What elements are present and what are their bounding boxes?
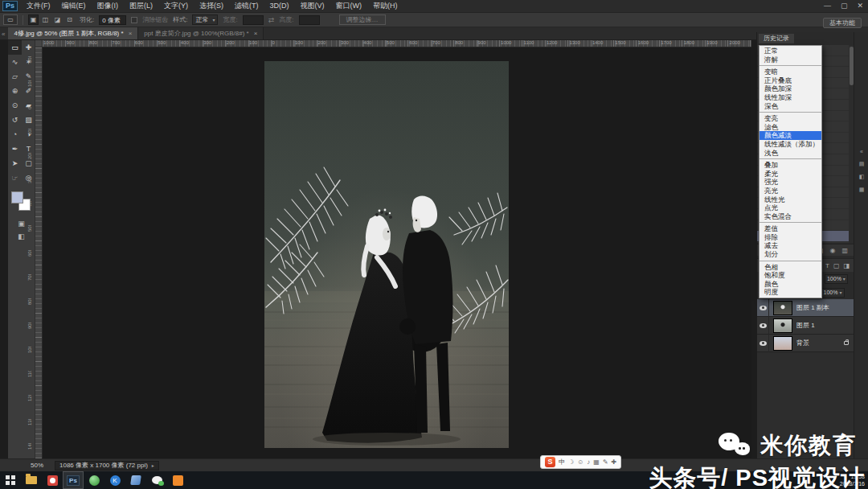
dock-panel-styles[interactable]: ◧ (854, 171, 868, 183)
blend-mode-option[interactable]: 排除 (760, 233, 821, 242)
menu-item[interactable]: 视图(V) (295, 0, 330, 12)
blend-mode-option[interactable] (760, 158, 821, 159)
menu-item[interactable]: 3D(D) (264, 0, 295, 12)
menu-item[interactable]: 文字(Y) (158, 0, 194, 12)
taskbar-app-blue-k[interactable]: K (104, 471, 125, 489)
tool-gradient[interactable]: ▨ (22, 113, 35, 127)
menu-item[interactable]: 窗口(W) (330, 0, 368, 12)
dock-panel-adjustments[interactable]: ▤ (854, 158, 868, 171)
taskbar-app-chat[interactable] (146, 471, 167, 489)
ime-icon[interactable]: ▦ (593, 458, 600, 466)
ime-icon[interactable]: ✚ (612, 458, 617, 466)
ime-icon[interactable]: ✎ (603, 458, 608, 466)
tool-history-brush[interactable]: ↺ (8, 113, 22, 127)
blend-mode-option[interactable]: 溶解 (760, 55, 821, 64)
system-tray-clock[interactable]: 19:58 2018/7/16 (840, 473, 865, 487)
document-tab[interactable]: 4修.jpg @ 50% (图层 1 副本, RGB/8) * × (8, 27, 138, 39)
tool-clone-stamp[interactable]: ⊙ (8, 98, 22, 113)
height-input[interactable] (299, 15, 320, 25)
filter-shape[interactable]: ▢ (833, 262, 840, 269)
opacity-input[interactable]: 100%▾ (825, 274, 848, 284)
document-canvas[interactable] (264, 61, 509, 448)
tool-lasso[interactable]: ∿ (8, 55, 22, 69)
layer-thumbnail[interactable] (773, 301, 792, 315)
tool-path-selection[interactable]: ➤ (8, 156, 22, 171)
blend-mode-option[interactable] (760, 261, 821, 261)
sogou-icon[interactable]: S (545, 457, 555, 467)
menu-item[interactable]: 选择(S) (194, 0, 229, 12)
blend-mode-option[interactable]: 减去 (760, 241, 821, 250)
antialias-checkbox[interactable] (131, 17, 137, 23)
eye-icon[interactable] (760, 323, 767, 328)
menu-item[interactable]: 编辑(E) (56, 0, 92, 12)
ime-icon[interactable]: ☽ (568, 458, 574, 466)
tool-rectangular-marquee[interactable]: ▭ (8, 40, 22, 55)
minimize-icon[interactable]: — (824, 1, 831, 11)
taskbar-app-red[interactable] (42, 471, 63, 489)
layer-thumbnail[interactable] (773, 336, 792, 351)
add-to-selection[interactable]: ◫ (40, 14, 51, 25)
taskbar-app-green-sphere[interactable] (84, 471, 104, 489)
foreground-color-swatch[interactable] (11, 191, 23, 203)
chevron-right-icon[interactable]: ▸ (152, 462, 154, 470)
tool-preset-picker[interactable]: ▭ (3, 14, 18, 25)
blend-mode-option[interactable]: 柔光 (760, 170, 821, 179)
blend-mode-option[interactable]: 线性光 (760, 195, 821, 204)
taskbar-start[interactable] (0, 471, 21, 489)
blend-mode-option[interactable]: 颜色 (760, 280, 821, 289)
ime-icon[interactable]: ♪ (587, 458, 590, 466)
visibility-cell[interactable] (757, 299, 769, 317)
layer-thumbnail[interactable] (773, 318, 792, 333)
zoom-level-field[interactable]: 50% (31, 462, 43, 469)
menu-item[interactable]: 滤镜(T) (229, 0, 264, 12)
layer-row[interactable]: 图层 1 (757, 317, 854, 335)
close-icon[interactable]: ✕ (857, 1, 863, 11)
fill-input[interactable]: 100%▾ (821, 288, 845, 298)
tab-close-icon[interactable]: × (129, 30, 133, 37)
taskbar-photoshop[interactable]: Ps (63, 471, 84, 489)
ime-icon[interactable]: ☺ (577, 458, 583, 466)
collapse-icon[interactable]: « (0, 31, 8, 39)
blend-mode-option[interactable] (760, 112, 821, 113)
ime-mode-toggle[interactable]: 中 (559, 458, 565, 466)
layer-row[interactable]: 背景 (757, 335, 854, 352)
new-selection[interactable]: ▣ (28, 14, 39, 25)
filter-type[interactable]: T (825, 262, 829, 269)
intersect-selection[interactable]: ⊡ (64, 14, 75, 25)
tool-move[interactable]: ✚ (22, 40, 35, 55)
feather-input[interactable]: 0 像素 (99, 15, 126, 25)
subtract-from-selection[interactable]: ◪ (52, 14, 63, 25)
refine-edge-button[interactable]: 调整边缘… (339, 14, 386, 25)
tool-pen[interactable]: ✒ (8, 142, 22, 156)
swap-dimensions-icon[interactable]: ⇄ (268, 16, 275, 24)
taskbar-app-orange[interactable] (167, 471, 188, 489)
blend-mode-option[interactable] (760, 222, 821, 223)
pasteboard[interactable] (43, 47, 751, 458)
tool-spot-healing-brush[interactable]: ⊕ (8, 84, 22, 98)
blend-mode-option[interactable]: 变暗 (760, 68, 821, 76)
menu-item[interactable]: 图像(I) (92, 0, 125, 12)
new-snapshot[interactable]: ◉ (829, 247, 835, 254)
menu-item[interactable]: 图层(L) (124, 0, 158, 12)
blend-mode-option[interactable]: 线性减淡（添加） (760, 140, 821, 149)
vertical-ruler[interactable]: 2001000100200300400500600700800900100011… (35, 47, 43, 458)
blend-mode-option[interactable]: 饱和度 (760, 271, 821, 280)
workspace-button[interactable]: 基本功能 (823, 18, 862, 28)
style-combo[interactable]: 正常▾ (192, 14, 218, 25)
blend-mode-option[interactable]: 色相 (760, 263, 821, 272)
document-tab[interactable]: ppt 磨皮简介.jpg @ 100%(RGB/8#) * × (138, 27, 264, 39)
blend-mode-option[interactable]: 强光 (760, 178, 821, 187)
blend-mode-option[interactable]: 点光 (760, 203, 821, 212)
blend-mode-option[interactable]: 颜色加深 (760, 84, 821, 93)
eye-icon[interactable] (760, 306, 767, 310)
screen-mode-button[interactable]: ◧ (8, 230, 35, 243)
width-input[interactable] (243, 15, 264, 25)
dock-panel-channels[interactable]: ▦ (854, 183, 868, 196)
eye-icon[interactable] (760, 341, 767, 346)
blend-mode-option[interactable]: 明度 (760, 288, 821, 297)
horizontal-ruler[interactable]: 1000900800700600500400300200100010020030… (43, 40, 751, 47)
layer-row[interactable]: 图层 1 副本 (757, 299, 854, 317)
visibility-cell[interactable] (757, 335, 769, 352)
blend-mode-option[interactable]: 变亮 (760, 114, 821, 123)
blend-mode-option[interactable]: 叠加 (760, 161, 821, 170)
